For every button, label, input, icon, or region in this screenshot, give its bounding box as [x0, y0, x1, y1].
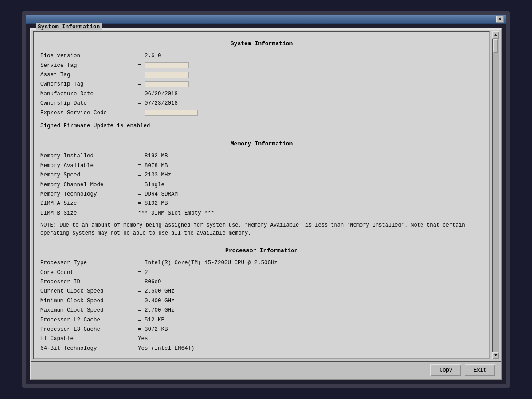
copy-button[interactable]: Copy: [430, 364, 461, 376]
scroll-thumb[interactable]: [493, 39, 498, 53]
maximum-clock-speed-row: Maximum Clock Speed = 2.700 GHz: [40, 306, 483, 315]
memory-technology-value: = DDR4 SDRAM: [138, 190, 178, 199]
core-count-label: Core Count: [40, 269, 138, 277]
ownership-tag-redacted: [145, 81, 189, 87]
current-clock-speed-row: Current Clock Speed = 2.500 GHz: [40, 287, 483, 296]
bottom-bar: Copy Exit: [31, 361, 501, 379]
memory-available-label: Memory Available: [40, 162, 138, 170]
processor-info-title: Processor Information: [40, 246, 483, 255]
processor-l2-cache-row: Processor L2 Cache = 512 KB: [40, 316, 483, 325]
64bit-technology-row: 64-Bit Technology Yes (Intel EM64T): [40, 344, 483, 353]
manufacture-date-label: Manufacture Date: [40, 90, 138, 98]
processor-type-row: Processor Type = Intel(R) Core(TM) i5-72…: [40, 259, 483, 267]
divider-2: [40, 242, 483, 242]
memory-info-title: Memory Information: [40, 140, 483, 149]
main-window: System Information System Information Bi…: [30, 28, 502, 380]
memory-technology-label: Memory Technology: [40, 190, 138, 199]
ownership-tag-row: Ownership Tag =: [40, 80, 483, 89]
system-info-title: System Information: [40, 39, 483, 48]
close-button[interactable]: ×: [496, 16, 504, 23]
minimum-clock-speed-row: Minimum Clock Speed = 0.400 GHz: [40, 297, 483, 305]
screen-area: System Information System Information Bi…: [26, 24, 506, 384]
scroll-up-button[interactable]: ▲: [492, 31, 499, 39]
memory-speed-label: Memory Speed: [40, 171, 138, 180]
dimm-a-size-row: DIMM A Size = 8192 MB: [40, 200, 483, 208]
minimum-clock-speed-value: = 0.400 GHz: [138, 297, 175, 305]
current-clock-speed-label: Current Clock Speed: [40, 287, 138, 296]
outer-window-title: System Information: [36, 23, 102, 30]
ownership-tag-label: Ownership Tag: [40, 80, 138, 89]
bios-version-value: = 2.6.0: [138, 52, 161, 60]
memory-note: NOTE: Due to an amount of memory being a…: [40, 221, 483, 237]
main-panel: System Information Bios version = 2.6.0 …: [33, 31, 490, 359]
memory-speed-row: Memory Speed = 2133 MHz: [40, 171, 483, 180]
service-tag-row: Service Tag =: [40, 62, 483, 70]
window-content: System Information Bios version = 2.6.0 …: [31, 30, 501, 361]
minimum-clock-speed-label: Minimum Clock Speed: [40, 297, 138, 305]
express-service-code-row: Express Service Code =: [40, 109, 483, 117]
ownership-date-value: = 07/23/2018: [138, 99, 178, 108]
dimm-b-size-value: *** DIMM Slot Empty ***: [138, 209, 215, 218]
processor-type-label: Processor Type: [40, 259, 138, 267]
processor-l2-cache-label: Processor L2 Cache: [40, 316, 138, 325]
processor-l3-cache-row: Processor L3 Cache = 3072 KB: [40, 325, 483, 334]
processor-type-value: = Intel(R) Core(TM) i5-7200U CPU @ 2.50G…: [138, 259, 278, 267]
memory-installed-row: Memory Installed = 8192 MB: [40, 152, 483, 160]
processor-id-value: = 806e9: [138, 278, 161, 286]
core-count-value: = 2: [138, 269, 148, 277]
memory-installed-value: = 8192 MB: [138, 152, 168, 160]
memory-channel-mode-label: Memory Channel Mode: [40, 181, 138, 189]
processor-l3-cache-label: Processor L3 Cache: [40, 325, 138, 334]
processor-id-row: Processor ID = 806e9: [40, 278, 483, 286]
scroll-track[interactable]: [493, 39, 499, 352]
scroll-down-button[interactable]: ▼: [492, 352, 499, 359]
service-tag-value: =: [138, 62, 189, 70]
ht-capable-value: Yes: [138, 335, 148, 343]
processor-id-label: Processor ID: [40, 278, 138, 286]
bios-version-row: Bios version = 2.6.0: [40, 52, 483, 60]
dimm-b-size-label: DIMM B Size: [40, 209, 138, 218]
memory-available-row: Memory Available = 8078 MB: [40, 162, 483, 170]
memory-installed-label: Memory Installed: [40, 152, 138, 160]
processor-l3-cache-value: = 3072 KB: [138, 325, 168, 334]
asset-tag-label: Asset Tag: [40, 71, 138, 79]
asset-tag-value: =: [138, 71, 189, 79]
manufacture-date-row: Manufacture Date = 06/29/2018: [40, 90, 483, 98]
core-count-row: Core Count = 2: [40, 269, 483, 277]
64bit-technology-value: Yes (Intel EM64T): [138, 344, 195, 353]
memory-speed-value: = 2133 MHz: [138, 171, 171, 180]
service-tag-label: Service Tag: [40, 62, 138, 70]
ht-capable-label: HT Capable: [40, 335, 138, 343]
ht-capable-row: HT Capable Yes: [40, 335, 483, 343]
monitor-outer: × System Information System Information …: [22, 11, 510, 388]
dimm-a-size-value: = 8192 MB: [138, 200, 168, 208]
maximum-clock-speed-label: Maximum Clock Speed: [40, 306, 138, 315]
bios-version-label: Bios version: [40, 52, 138, 60]
memory-channel-mode-value: = Single: [138, 181, 164, 189]
exit-button[interactable]: Exit: [465, 364, 495, 376]
express-service-code-label: Express Service Code: [40, 109, 138, 117]
ownership-date-row: Ownership Date = 07/23/2018: [40, 99, 483, 108]
memory-channel-mode-row: Memory Channel Mode = Single: [40, 181, 483, 189]
ownership-date-label: Ownership Date: [40, 99, 138, 108]
scrollbar[interactable]: ▲ ▼: [492, 31, 499, 359]
memory-technology-row: Memory Technology = DDR4 SDRAM: [40, 190, 483, 199]
express-service-code-value: =: [138, 109, 198, 117]
ownership-tag-value: =: [138, 80, 189, 89]
processor-l2-cache-value: = 512 KB: [138, 316, 164, 325]
manufacture-date-value: = 06/29/2018: [138, 90, 178, 98]
dimm-a-size-label: DIMM A Size: [40, 200, 138, 208]
asset-tag-row: Asset Tag =: [40, 71, 483, 79]
service-tag-redacted: [145, 62, 189, 68]
dimm-b-size-row: DIMM B Size *** DIMM Slot Empty ***: [40, 209, 483, 218]
memory-available-value: = 8078 MB: [138, 162, 168, 170]
express-service-code-redacted: [145, 110, 198, 116]
divider-1: [40, 135, 483, 135]
asset-tag-redacted: [145, 72, 189, 78]
64bit-technology-label: 64-Bit Technology: [40, 344, 138, 353]
current-clock-speed-value: = 2.500 GHz: [138, 287, 175, 296]
content-area[interactable]: System Information Bios version = 2.6.0 …: [34, 32, 489, 358]
monitor-top-bar: ×: [26, 15, 506, 24]
maximum-clock-speed-value: = 2.700 GHz: [138, 306, 175, 315]
firmware-note: Signed Firmware Update is enabled: [40, 122, 483, 130]
